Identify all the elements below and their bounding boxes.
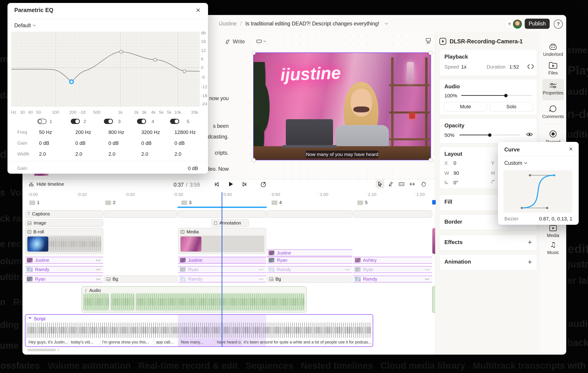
eq-width-value[interactable]: 2.0 — [39, 151, 46, 157]
eye-closed-icon[interactable] — [424, 268, 430, 271]
scene-chip[interactable]: 1 — [29, 200, 40, 205]
speaker-clip[interactable]: Justine — [25, 257, 103, 263]
speaker-clip[interactable]: Ramdy — [353, 276, 432, 282]
eye-closed-icon[interactable] — [258, 268, 264, 271]
publish-button[interactable]: Publish — [525, 19, 550, 29]
speaker-clip[interactable]: Ramdy — [267, 266, 352, 273]
captions-clip[interactable]: T Captions — [25, 210, 103, 218]
audio-clip-partial[interactable] — [432, 286, 435, 313]
label-tool[interactable] — [397, 180, 406, 188]
captions-clip[interactable] — [267, 210, 352, 218]
eq-gain-value[interactable]: 0 dB — [39, 140, 49, 146]
hide-timeline-button[interactable]: Hide timeline — [29, 181, 64, 187]
captions-clip[interactable] — [104, 210, 177, 218]
play-button[interactable] — [228, 181, 234, 187]
speaker-clip[interactable]: Ashley — [353, 257, 432, 263]
range-tool[interactable] — [387, 180, 395, 188]
eq-gain-value[interactable]: 0 dB — [108, 140, 119, 146]
avatar[interactable] — [513, 19, 523, 29]
bg-clip[interactable]: Bg — [267, 276, 352, 283]
scene-chip[interactable]: 3 — [181, 200, 191, 205]
animation-card[interactable]: Animation + — [439, 254, 537, 270]
speaker-clip[interactable]: Ryan — [25, 276, 103, 282]
scene-chip-selected[interactable] — [432, 200, 436, 205]
audio-clip[interactable] — [111, 293, 135, 311]
rail-item-properties[interactable]: Properties — [540, 82, 566, 96]
script-track[interactable]: “ Script Hey guys, it's Justin... today'… — [25, 314, 373, 347]
audio-clip[interactable] — [136, 293, 305, 311]
w-value[interactable]: 90 — [453, 170, 459, 176]
add-animation-button[interactable]: + — [528, 258, 532, 266]
annotation-clip[interactable]: Annotation — [211, 219, 249, 227]
playback-speed-icon[interactable] — [260, 181, 267, 187]
eye-closed-icon[interactable] — [424, 278, 430, 280]
eye-closed-icon[interactable] — [95, 278, 101, 280]
eq-width-value[interactable]: 2.0 — [174, 151, 181, 157]
curve-preset-dropdown[interactable]: Custom — [504, 160, 527, 166]
eq-graph[interactable] — [11, 32, 200, 107]
eq-freq-value[interactable]: 3200 Hz — [141, 129, 160, 135]
add-effect-button[interactable]: + — [528, 238, 532, 247]
video-preview[interactable]: ijustine Now many of you — [253, 53, 431, 160]
script-segment[interactable]: Now many... — [179, 339, 215, 346]
display-icon[interactable] — [425, 38, 431, 44]
page-title[interactable]: Is traditional editing DEAD?! Descript c… — [245, 21, 379, 27]
eq-width-value[interactable]: 2.0 — [108, 151, 116, 157]
speaker-clip[interactable]: Ramdy — [25, 266, 103, 273]
speaker-clip[interactable]: Ryan — [267, 257, 352, 263]
rail-item-comments[interactable]: Comments — [540, 105, 566, 119]
broll-clip[interactable]: B-roll — [25, 228, 103, 254]
eye-icon[interactable] — [526, 132, 533, 137]
scene-chip[interactable]: 4 — [272, 200, 282, 205]
close-icon[interactable]: × — [196, 6, 200, 14]
timeline-ruler[interactable]: 0:00 0:10 0:20 0:30 0:40 0:50 1:00 1:10 … — [22, 192, 435, 198]
eye-closed-icon[interactable] — [258, 278, 264, 280]
eq-freq-value[interactable]: 12800 Hz — [174, 129, 196, 135]
skip-forward-button[interactable] — [242, 181, 248, 187]
script-segment[interactable]: today's vid... — [69, 339, 100, 346]
selection-handle[interactable] — [252, 158, 256, 162]
image-clip[interactable]: Image — [25, 219, 103, 227]
layout-selector[interactable] — [254, 38, 269, 45]
bezier-value[interactable]: 0.87, 0, 0.13, 1 — [539, 216, 572, 222]
timeline-scrollbar[interactable] — [27, 349, 56, 351]
chevron-down-icon[interactable] — [385, 23, 388, 25]
hand-tool[interactable] — [419, 180, 428, 188]
captions-clip[interactable] — [353, 210, 432, 218]
eq-band-toggle[interactable] — [137, 119, 146, 124]
selection-handle[interactable] — [252, 51, 256, 55]
volume-slider[interactable] — [461, 95, 532, 96]
eq-band-toggle[interactable] — [170, 119, 179, 124]
eq-width-value[interactable]: 2.0 — [75, 151, 82, 157]
effects-card[interactable]: Effects + — [439, 235, 537, 250]
speaker-clip[interactable]: Justine — [267, 250, 352, 256]
selection-handle[interactable] — [429, 158, 433, 162]
script-segment[interactable]: I'm gonna show you this... — [100, 339, 154, 346]
close-icon[interactable]: × — [569, 145, 573, 152]
rail-item-underlord[interactable]: Underlord — [540, 42, 566, 57]
eq-gain-value[interactable]: 0 dB — [75, 140, 85, 146]
rail-item-media[interactable]: Media — [540, 225, 566, 238]
audio-clip[interactable] — [84, 293, 109, 311]
loop-icon[interactable] — [527, 64, 534, 69]
bezier-editor[interactable] — [503, 170, 572, 213]
rail-item-files[interactable]: Files — [540, 61, 566, 76]
eq-master-gain-value[interactable]: 0 dB — [188, 165, 198, 171]
script-segment[interactable]: app call... — [154, 339, 179, 346]
eq-band-toggle[interactable] — [104, 119, 113, 124]
eq-band-toggle[interactable] — [71, 119, 80, 124]
cursor-tool[interactable] — [376, 180, 384, 188]
script-segment[interactable]: Hey guys, it's Justin... — [27, 339, 69, 346]
trim-tool[interactable] — [408, 180, 417, 188]
eq-preset-dropdown[interactable]: Default — [14, 22, 36, 29]
eye-closed-icon[interactable] — [95, 259, 101, 262]
speed-value[interactable]: 1x — [461, 64, 466, 70]
eye-closed-icon[interactable] — [345, 268, 350, 271]
eq-width-value[interactable]: 2.0 — [141, 151, 148, 157]
skip-back-button[interactable] — [214, 181, 220, 187]
eq-freq-value[interactable]: 50 Hz — [39, 129, 52, 135]
broll-clip-partial[interactable] — [432, 228, 435, 254]
script-segment[interactable]: have heard o... — [215, 339, 242, 346]
help-button[interactable]: ? — [554, 20, 563, 29]
eq-band-toggle[interactable] — [37, 119, 46, 124]
